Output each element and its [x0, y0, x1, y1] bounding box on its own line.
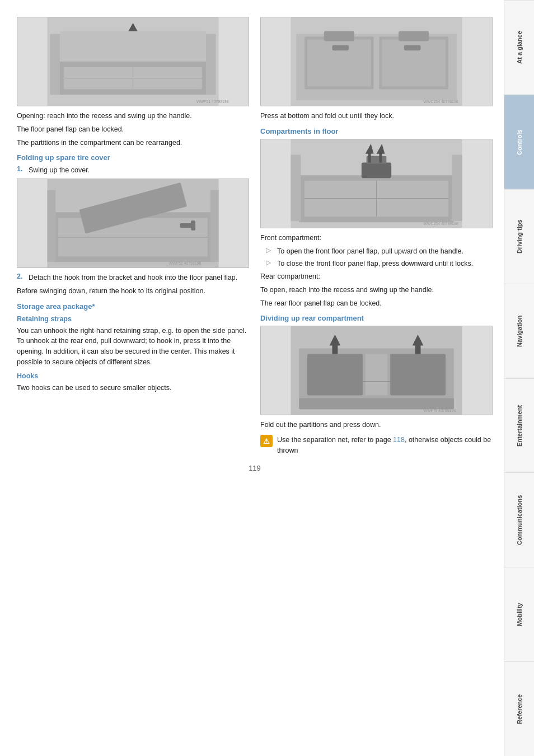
svg-rect-9 — [206, 34, 216, 95]
opening-text-3: The partitions in the compartment can be… — [17, 138, 249, 148]
opening-text-1: Opening: reach into the recess and swing… — [17, 111, 249, 121]
storage-heading: Storage area package* — [17, 302, 249, 311]
step-2-num: 2. — [17, 273, 26, 283]
before-swinging-text: Before swinging down, return the hook to… — [17, 286, 249, 297]
svg-rect-30 — [324, 31, 354, 41]
svg-rect-42 — [291, 154, 301, 221]
svg-rect-49 — [390, 354, 446, 396]
sidebar-tab-communications[interactable]: Communications — [504, 472, 534, 567]
fold-text: Fold out the partitions and press down. — [260, 420, 493, 430]
svg-rect-19 — [47, 190, 55, 262]
arrow-icon-2: ▷ — [266, 259, 274, 269]
svg-rect-47 — [299, 398, 454, 410]
svg-rect-31 — [399, 31, 429, 41]
folding-heading: Folding up spare tire cover — [17, 153, 249, 162]
svg-text:WWC254 40799198: WWC254 40799198 — [423, 100, 458, 104]
svg-rect-8 — [50, 34, 60, 95]
compartments-heading: Compartments in floor — [260, 127, 493, 135]
svg-rect-18 — [191, 220, 195, 231]
svg-text:WWF51 40799198: WWF51 40799198 — [196, 100, 229, 104]
top-section: WWF51 40799198 Opening: reach into the r… — [17, 17, 493, 456]
svg-rect-50 — [366, 354, 388, 396]
fold-panel-image: WWC254 40799198 — [260, 17, 493, 106]
warning-text: Use the separation net, refer to page 11… — [277, 435, 493, 456]
right-top-section: WWC254 40799198 Press at bottom and fold… — [260, 17, 493, 456]
trunk-handle-image: WWF51 40799198 — [17, 17, 249, 106]
dividing-heading: Dividing up rear compartment — [260, 314, 493, 322]
bullet-2: ▷ To close the front floor panel flap, p… — [266, 259, 493, 269]
step-1: 1. Swing up the cover. — [17, 165, 249, 176]
compartments-floor-image: WWC254 40799198 — [260, 139, 493, 228]
rear-compartment-label: Rear compartment: — [260, 271, 493, 282]
svg-rect-43 — [452, 154, 462, 221]
spare-tire-cover-image: WWF52 40799198 — [17, 179, 249, 268]
svg-rect-29 — [404, 45, 421, 50]
svg-text:WWC254 40799198: WWC254 40799198 — [423, 222, 458, 226]
sidebar-tab-mobility[interactable]: Mobility — [504, 567, 534, 661]
bullet-1: ▷ To open the front floor panel flap, pu… — [266, 246, 493, 257]
front-compartment-label: Front compartment: — [260, 233, 493, 243]
sidebar-tab-entertainment[interactable]: Entertainment — [504, 378, 534, 473]
opening-text-2: The floor panel flap can be locked. — [17, 124, 249, 135]
svg-rect-20 — [210, 190, 219, 262]
main-content: WWF51 40799198 Opening: reach into the r… — [0, 0, 504, 756]
step-2: 2. Detach the hook from the bracket and … — [17, 273, 249, 283]
svg-rect-48 — [307, 354, 363, 396]
left-top-section: WWF51 40799198 Opening: reach into the r… — [17, 17, 249, 456]
warning-page-link[interactable]: 118 — [393, 436, 405, 444]
warning-box: ⚠ Use the separation net, refer to page … — [260, 435, 493, 456]
warning-icon: ⚠ — [260, 435, 273, 447]
page-wrapper: WWF51 40799198 Opening: reach into the r… — [0, 0, 534, 756]
hooks-subheading: Hooks — [17, 372, 249, 380]
page-number: 119 — [17, 464, 493, 472]
retaining-straps-text: You can unhook the right-hand retaining … — [17, 326, 249, 368]
press-text: Press at bottom and fold out until they … — [260, 111, 493, 121]
svg-rect-10 — [60, 31, 206, 62]
svg-text:WWF52 40799198: WWF52 40799198 — [169, 261, 202, 265]
bullet-2-text: To close the front floor panel flap, pre… — [277, 259, 473, 269]
sidebar-tab-at-a-glance[interactable]: At a glance — [504, 0, 534, 95]
hooks-text: Two hooks can be used to secure smaller … — [17, 383, 249, 393]
rear-text-1: To open, reach into the recess and swing… — [260, 285, 493, 295]
svg-rect-38 — [362, 162, 391, 178]
sidebar-tab-navigation[interactable]: Navigation — [504, 284, 534, 378]
rear-text-2: The rear floor panel flap can be locked. — [260, 298, 493, 309]
arrow-icon-1: ▷ — [266, 246, 274, 257]
warning-text-prefix: Use the separation net, refer to page — [277, 436, 393, 444]
svg-text:WWF79 40799198: WWF79 40799198 — [423, 408, 456, 412]
step-2-text: Detach the hook from the bracket and hoo… — [29, 273, 237, 283]
sidebar: At a glance Controls Driving tips Naviga… — [504, 0, 534, 756]
sidebar-tab-driving-tips[interactable]: Driving tips — [504, 189, 534, 284]
bullet-1-text: To open the front floor panel flap, pull… — [277, 246, 463, 257]
retaining-straps-subheading: Retaining straps — [17, 315, 249, 323]
step-1-text: Swing up the cover. — [29, 165, 90, 176]
dividing-rear-image: WWF79 40799198 — [260, 326, 493, 415]
svg-rect-28 — [332, 45, 349, 50]
sidebar-tab-reference[interactable]: Reference — [504, 661, 534, 756]
sidebar-tab-controls[interactable]: Controls — [504, 95, 534, 189]
step-1-num: 1. — [17, 165, 26, 176]
